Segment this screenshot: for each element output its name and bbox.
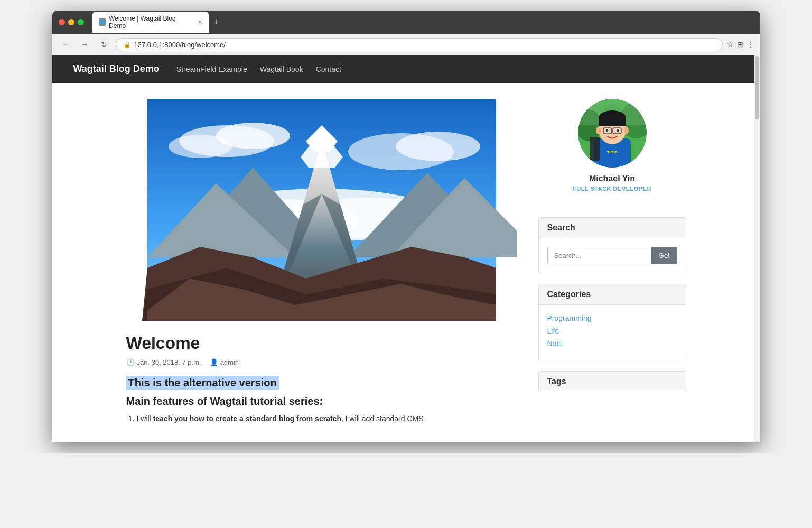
- categories-widget: Categories Programming Life Note: [538, 284, 686, 360]
- active-tab[interactable]: 🌐 Welcome | Wagtail Blog Demo ✕: [92, 12, 209, 33]
- svg-rect-28: [590, 137, 600, 161]
- person-icon: 👤: [210, 358, 218, 366]
- main-content: Welcome 🕐 Jan. 30, 2018, 7 p.m. 👤 admin: [126, 99, 517, 427]
- toolbar-right: ☆ ⊞ ⋮: [727, 40, 754, 49]
- list-item: Life: [547, 326, 677, 336]
- nav-streamfield[interactable]: StreamField Example: [176, 65, 247, 73]
- tab-favicon: 🌐: [99, 18, 106, 26]
- forward-button[interactable]: →: [78, 37, 92, 52]
- scrollbar-thumb[interactable]: [755, 56, 759, 119]
- category-list: Programming Life Note: [547, 313, 677, 348]
- article-subtitle: Main features of Wagtail tutorial series…: [126, 395, 517, 407]
- mountain-illustration: [126, 99, 517, 321]
- scrollbar[interactable]: [754, 55, 760, 442]
- sidebar: מיכאל Michael Yin FULL STACK DEVELOPER S…: [538, 99, 686, 427]
- author-avatar: מיכאל: [578, 99, 647, 168]
- article-list: I will teach you how to create a standar…: [126, 413, 517, 424]
- security-icon: 🔒: [124, 41, 131, 48]
- search-widget: Search Go!: [538, 217, 686, 273]
- extensions-icon[interactable]: ⊞: [737, 40, 743, 49]
- hero-image: [126, 99, 517, 321]
- close-button[interactable]: [59, 19, 65, 25]
- tags-widget-title: Tags: [539, 372, 686, 392]
- navigation-bar: ← → ↻ 🔒 127.0.0.1:8000/blog/welcome/ ☆ ⊞…: [52, 34, 760, 55]
- list-item: Note: [547, 339, 677, 348]
- article-date: Jan. 30, 2018, 7 p.m.: [137, 358, 201, 366]
- svg-rect-31: [599, 118, 626, 126]
- list-item: I will teach you how to create a standar…: [137, 413, 517, 424]
- svg-point-32: [596, 127, 601, 134]
- nav-wagtailbook[interactable]: Wagtail Book: [260, 65, 303, 73]
- search-widget-body: Go!: [539, 238, 686, 273]
- reload-button[interactable]: ↻: [97, 37, 111, 52]
- svg-point-3: [169, 135, 232, 158]
- category-note[interactable]: Note: [547, 339, 563, 348]
- article-highlight-paragraph: This is the alternative version: [126, 377, 517, 389]
- traffic-lights: [59, 19, 84, 25]
- author-title: FULL STACK DEVELOPER: [538, 186, 686, 192]
- maximize-button[interactable]: [78, 19, 84, 25]
- minimize-button[interactable]: [68, 19, 74, 25]
- search-button[interactable]: Go!: [651, 247, 677, 264]
- list-item: Programming: [547, 313, 677, 323]
- article-author: admin: [220, 358, 239, 366]
- meta-date-item: 🕐 Jan. 30, 2018, 7 p.m.: [126, 358, 201, 366]
- author-name: Michael Yin: [538, 174, 686, 183]
- categories-widget-body: Programming Life Note: [539, 305, 686, 360]
- tab-area: 🌐 Welcome | Wagtail Blog Demo ✕ +: [92, 12, 754, 33]
- page-content: Wagtail Blog Demo StreamField Example Wa…: [52, 55, 760, 442]
- nav-contact[interactable]: Contact: [316, 65, 341, 73]
- search-widget-title: Search: [539, 218, 686, 238]
- url-text: 127.0.0.1:8000/blog/welcome/: [134, 41, 226, 49]
- site-nav: StreamField Example Wagtail Book Contact: [176, 65, 341, 73]
- site-logo[interactable]: Wagtail Blog Demo: [73, 63, 160, 75]
- search-form: Go!: [547, 247, 677, 264]
- tab-title: Welcome | Wagtail Blog Demo: [109, 15, 192, 30]
- main-layout: Welcome 🕐 Jan. 30, 2018, 7 p.m. 👤 admin: [116, 83, 697, 442]
- bookmark-icon[interactable]: ☆: [727, 40, 734, 49]
- meta-author-item: 👤 admin: [210, 358, 239, 366]
- menu-icon[interactable]: ⋮: [746, 40, 754, 49]
- site-header: Wagtail Blog Demo StreamField Example Wa…: [52, 55, 760, 83]
- clock-icon: 🕐: [126, 358, 135, 366]
- svg-point-37: [616, 129, 619, 132]
- back-button[interactable]: ←: [59, 37, 73, 52]
- category-programming[interactable]: Programming: [547, 314, 592, 322]
- author-card: מיכאל Michael Yin FULL STACK DEVELOPER: [538, 99, 686, 202]
- svg-point-36: [605, 129, 608, 132]
- category-life[interactable]: Life: [547, 327, 559, 335]
- svg-point-33: [623, 127, 629, 134]
- new-tab-button[interactable]: +: [211, 17, 223, 28]
- search-input[interactable]: [547, 247, 651, 264]
- tab-close-button[interactable]: ✕: [198, 19, 202, 26]
- tags-widget: Tags: [538, 371, 686, 392]
- browser-body: Wagtail Blog Demo StreamField Example Wa…: [52, 55, 760, 442]
- svg-point-5: [396, 132, 480, 161]
- article-title: Welcome: [126, 334, 517, 353]
- article-meta: 🕐 Jan. 30, 2018, 7 p.m. 👤 admin: [126, 358, 517, 366]
- svg-text:מיכאל: מיכאל: [607, 150, 618, 154]
- categories-widget-title: Categories: [539, 284, 686, 305]
- address-bar[interactable]: 🔒 127.0.0.1:8000/blog/welcome/: [116, 38, 723, 51]
- article-highlight-text: This is the alternative version: [126, 376, 279, 390]
